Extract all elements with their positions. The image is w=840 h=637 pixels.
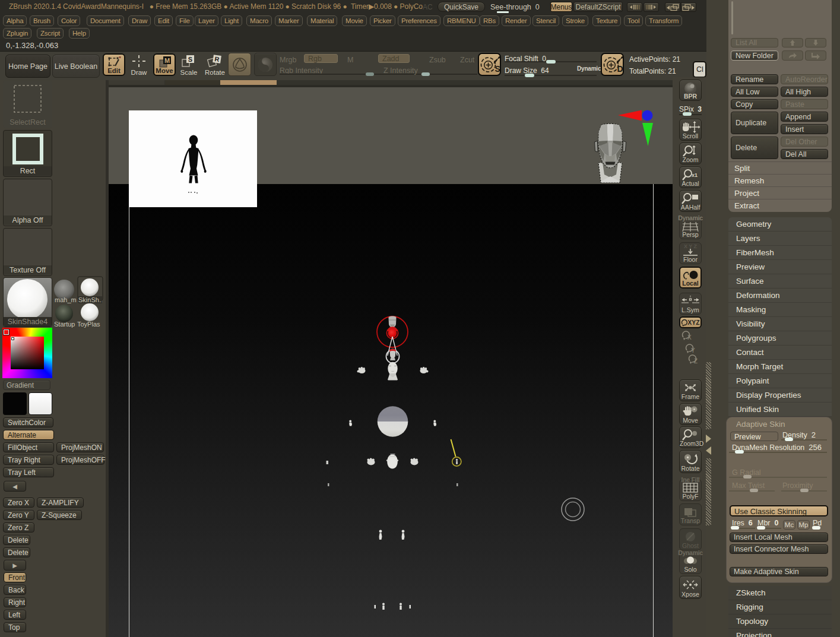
svg-text:Y: Y — [691, 347, 695, 354]
svg-text:Z: Z — [694, 358, 698, 365]
svg-text:M: M — [164, 57, 170, 64]
svg-text:S: S — [495, 64, 500, 74]
svg-text:R: R — [214, 55, 220, 63]
svg-text:X: X — [687, 334, 692, 341]
svg-text:D: D — [617, 64, 623, 74]
svg-text:x1: x1 — [692, 172, 698, 178]
svg-text:S: S — [188, 56, 192, 63]
